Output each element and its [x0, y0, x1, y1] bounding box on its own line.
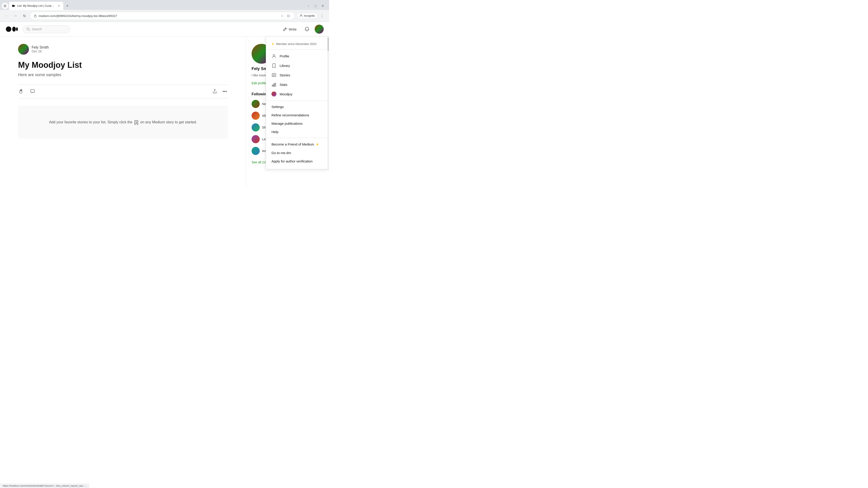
forward-button[interactable]: → [12, 12, 19, 20]
content-area: Fely Smith Dec 28 My Moodjoy List Here a… [0, 37, 246, 186]
comment-button[interactable] [29, 88, 37, 95]
share-icon [212, 88, 218, 95]
friend-star-icon: ★ [316, 142, 319, 147]
tab-favicon [12, 4, 16, 8]
dropdown-moodjoy-item[interactable]: Moodjoy [266, 89, 329, 99]
write-label: Write [289, 27, 297, 31]
dropdown-library-item[interactable]: Library [266, 61, 329, 70]
article-subtitle: Here are some samples [18, 72, 228, 77]
dropdown-refine-item[interactable]: Refine recommendations [266, 111, 329, 119]
notifications-button[interactable] [303, 25, 311, 33]
edit-profile-button[interactable]: Edit profile [252, 81, 267, 85]
verify-label: Apply for author verification [272, 159, 313, 163]
minimize-button[interactable]: − [306, 3, 311, 8]
following-avatar [252, 123, 260, 131]
svg-text:▾: ▾ [4, 5, 6, 7]
more-button[interactable]: ⋮ [318, 12, 326, 20]
moodjoy-label: Moodjoy [280, 92, 292, 96]
dropdown-manage-item[interactable]: Manage publications [266, 119, 329, 128]
dropdown-stories-item[interactable]: Stories [266, 70, 329, 80]
scrollbar-thumb [328, 37, 329, 51]
empty-list-text-before: Add your favorite stories to your list. … [49, 120, 132, 124]
svg-point-15 [273, 55, 275, 56]
author-date: Dec 28 [32, 50, 49, 53]
incognito-label: Incognito [304, 14, 315, 18]
clap-button[interactable] [18, 88, 26, 95]
refresh-button[interactable]: ↻ [21, 12, 28, 20]
svg-rect-22 [275, 83, 276, 86]
split-view-button[interactable]: ⊡ [286, 13, 291, 19]
following-avatar [252, 135, 260, 143]
article-actions: ••• [18, 85, 228, 98]
stats-label: Stats [280, 83, 287, 87]
user-avatar-button[interactable] [315, 25, 324, 34]
write-button[interactable]: Write [280, 25, 299, 33]
library-icon [272, 63, 276, 68]
dropdown-help-item[interactable]: Help [266, 128, 329, 136]
header-right: Write [280, 25, 324, 34]
window-controls: − □ ✕ [306, 3, 327, 8]
maximize-button[interactable]: □ [313, 3, 318, 8]
help-label: Help [272, 130, 278, 134]
more-options-button[interactable]: ••• [221, 88, 228, 95]
tab-bar: ▾ List: My Moodjoy List | Curated... ✕ +… [0, 0, 329, 10]
settings-label: Settings [272, 105, 284, 109]
address-bar: ← → ↻ medium.com/@89f4222e/list/my-moodj… [0, 10, 329, 22]
incognito-badge: Incognito [297, 13, 317, 19]
url-text: medium.com/@89f4222e/list/my-moodjoy-lis… [39, 14, 278, 18]
clap-icon [18, 88, 24, 95]
back-button[interactable]: ← [3, 12, 10, 20]
profile-icon [272, 54, 276, 59]
moodjoy-avatar [272, 92, 276, 96]
write-icon [283, 27, 287, 31]
dropdown-verify-item[interactable]: Apply for author verification [266, 157, 329, 165]
medium-logo-svg [5, 26, 18, 33]
dropdown-profile-item[interactable]: Profile [266, 51, 329, 61]
friend-label: Become a Friend of Medium [272, 142, 314, 146]
medium-logo[interactable] [5, 26, 18, 33]
page: Search Write Fely Smith Dec 28 [0, 22, 329, 186]
medium-header: Search Write [0, 22, 329, 37]
svg-rect-21 [274, 84, 274, 86]
incognito-icon [299, 14, 303, 18]
divider-2 [266, 138, 329, 138]
bookmark-inline-icon [134, 120, 138, 125]
dropdown-goto-item[interactable]: Go to me.dm [266, 149, 329, 157]
refine-label: Refine recommendations [272, 113, 309, 117]
search-bar[interactable]: Search [23, 25, 70, 33]
tab-group-button[interactable]: ▾ [2, 3, 8, 9]
article-title: My Moodjoy List [18, 60, 228, 70]
svg-rect-4 [34, 15, 36, 17]
share-button[interactable] [212, 88, 218, 95]
author-name[interactable]: Fely Smith [32, 45, 49, 50]
new-tab-button[interactable]: + [64, 3, 70, 9]
tab-close-button[interactable]: ✕ [57, 4, 61, 8]
url-bar[interactable]: medium.com/@89f4222e/list/my-moodjoy-lis… [30, 12, 295, 20]
following-avatar [252, 100, 260, 108]
dropdown-friend-item[interactable]: Become a Friend of Medium ★ [266, 140, 329, 149]
bookmark-url-button[interactable]: ☆ [279, 13, 285, 19]
goto-label: Go to me.dm [272, 151, 291, 155]
browser-chrome: ▾ List: My Moodjoy List | Curated... ✕ +… [0, 0, 329, 22]
svg-rect-20 [272, 85, 273, 86]
dropdown-menu: ★ Member since December 2023 Profile Lib… [266, 37, 329, 169]
empty-list-container: Add your favorite stories to your list. … [18, 106, 228, 139]
svg-line-10 [29, 30, 30, 31]
empty-list-text: Add your favorite stories to your list. … [27, 119, 219, 125]
dropdown-stats-item[interactable]: Stats [266, 80, 329, 89]
url-icons: ☆ ⊡ [279, 13, 291, 19]
ellipsis-icon: ••• [221, 88, 228, 95]
member-star-icon: ★ [272, 42, 274, 46]
see-all-button[interactable]: See all (10) [252, 160, 268, 164]
lock-icon [34, 14, 37, 18]
svg-point-8 [16, 27, 18, 31]
close-button[interactable]: ✕ [320, 3, 326, 8]
author-avatar [18, 44, 29, 55]
profile-label: Profile [280, 54, 289, 58]
tab-title: List: My Moodjoy List | Curated... [17, 4, 55, 7]
svg-rect-16 [272, 73, 276, 76]
scrollbar[interactable] [327, 37, 329, 169]
article-author: Fely Smith Dec 28 [18, 44, 228, 55]
active-tab[interactable]: List: My Moodjoy List | Curated... ✕ [9, 2, 63, 10]
dropdown-settings-item[interactable]: Settings [266, 103, 329, 111]
